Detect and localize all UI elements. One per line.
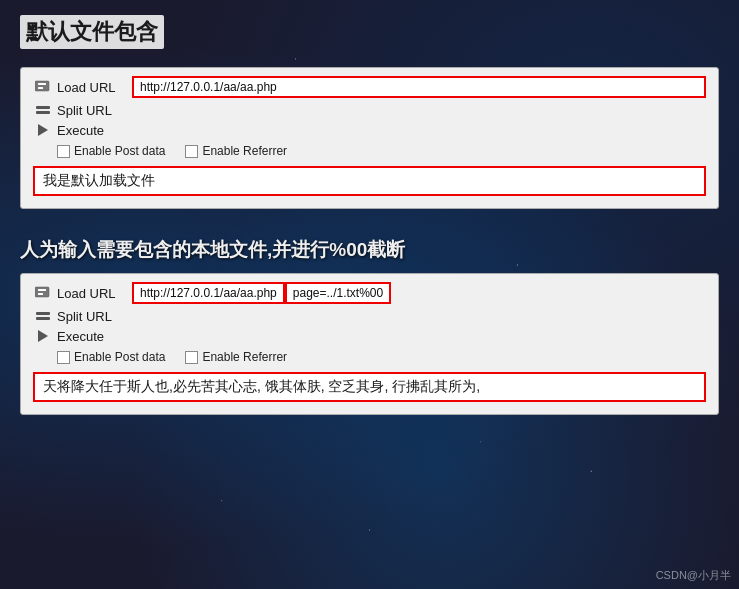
enable-referrer-item-2[interactable]: Enable Referrer [185, 350, 287, 364]
output-box-2: 天将降大任于斯人也,必先苦其心志, 饿其体肤, 空乏其身, 行拂乱其所为, [33, 372, 706, 402]
split-url-label-1: Split URL [57, 103, 132, 118]
enable-post-checkbox-2[interactable] [57, 351, 70, 364]
load-url-label-2: Load URL [57, 286, 132, 301]
execute-icon-1 [33, 122, 53, 138]
load-url-row-1: Load URL http://127.0.0.1/aa/aa.php [33, 76, 706, 98]
checkbox-row-2: Enable Post data Enable Referrer [33, 350, 706, 364]
svg-rect-0 [35, 81, 49, 91]
enable-post-item-1[interactable]: Enable Post data [57, 144, 165, 158]
panel-2: Load URL http://127.0.0.1/aa/aa.php page… [20, 273, 719, 415]
enable-post-checkbox-1[interactable] [57, 145, 70, 158]
url-input-1[interactable]: http://127.0.0.1/aa/aa.php [132, 76, 706, 98]
load-icon-1 [33, 79, 53, 95]
svg-rect-2 [38, 87, 43, 89]
load-url-label-1: Load URL [57, 80, 132, 95]
load-icon-2 [33, 285, 53, 301]
execute-label-2: Execute [57, 329, 132, 344]
url-part1-input[interactable]: http://127.0.0.1/aa/aa.php [132, 282, 285, 304]
enable-referrer-label-1: Enable Referrer [202, 144, 287, 158]
enable-post-label-2: Enable Post data [74, 350, 165, 364]
url-parts-container: http://127.0.0.1/aa/aa.php page=../1.txt… [132, 282, 706, 304]
split-url-row-2: Split URL [33, 308, 706, 324]
watermark: CSDN@小月半 [656, 568, 731, 583]
split-url-row-1: Split URL [33, 102, 706, 118]
split-url-label-2: Split URL [57, 309, 132, 324]
enable-referrer-label-2: Enable Referrer [202, 350, 287, 364]
section-title-2: 人为输入需要包含的本地文件,并进行%00截断 [20, 237, 719, 263]
enable-referrer-checkbox-1[interactable] [185, 145, 198, 158]
enable-post-item-2[interactable]: Enable Post data [57, 350, 165, 364]
execute-row-1: Execute [33, 122, 706, 138]
execute-row-2: Execute [33, 328, 706, 344]
enable-post-label-1: Enable Post data [74, 144, 165, 158]
checkbox-row-1: Enable Post data Enable Referrer [33, 144, 706, 158]
url-part2-input[interactable]: page=../1.txt%00 [285, 282, 391, 304]
svg-rect-1 [38, 83, 46, 85]
svg-rect-5 [38, 293, 43, 295]
load-url-row-2: Load URL http://127.0.0.1/aa/aa.php page… [33, 282, 706, 304]
enable-referrer-item-1[interactable]: Enable Referrer [185, 144, 287, 158]
panel-1: Load URL http://127.0.0.1/aa/aa.php Spli… [20, 67, 719, 209]
section-title-1: 默认文件包含 [20, 15, 164, 49]
output-box-1: 我是默认加载文件 [33, 166, 706, 196]
execute-icon-2 [33, 328, 53, 344]
svg-rect-3 [35, 287, 49, 297]
split-icon-2 [33, 308, 53, 324]
split-icon-1 [33, 102, 53, 118]
svg-rect-4 [38, 289, 46, 291]
execute-label-1: Execute [57, 123, 132, 138]
enable-referrer-checkbox-2[interactable] [185, 351, 198, 364]
